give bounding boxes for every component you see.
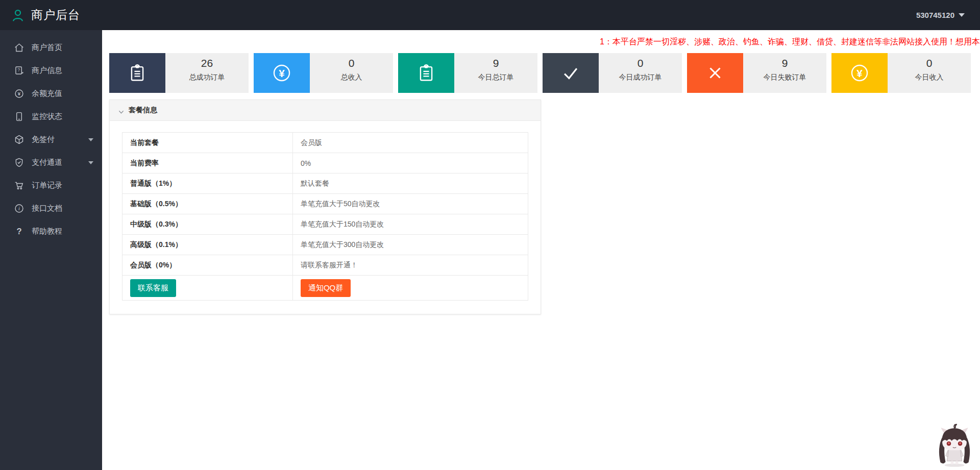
row-value: 单笔充值大于150自动更改 [292, 214, 528, 235]
row-label: 基础版（0.5%） [122, 194, 293, 214]
table-row: 普通版（1%） 默认套餐 [122, 174, 528, 194]
svg-text:i: i [18, 206, 20, 211]
cube-icon [14, 134, 24, 145]
sidebar: 商户首页 ? 商户信息 ¥ 余额充值 监控状态 [0, 30, 102, 470]
notify-qq-group-button[interactable]: 通知QQ群 [301, 279, 351, 297]
package-info-header[interactable]: 套餐信息 [110, 100, 541, 121]
sidebar-item-label: 监控状态 [32, 112, 62, 121]
platform-warning-notice: 1：本平台严禁一切淫秽、涉赌、政治、钓鱼、诈骗、理财、借贷、封建迷信等非法网站接… [600, 37, 980, 48]
sidebar-item-monitor-status[interactable]: 监控状态 [0, 105, 102, 128]
sidebar-item-label: 余额充值 [32, 89, 62, 98]
table-row-buttons: 联系客服 通知QQ群 [122, 276, 528, 301]
stat-value: 9 [743, 57, 826, 69]
chibi-mascot-image[interactable] [931, 422, 978, 469]
package-info-panel: 套餐信息 当前套餐 会员版 当前费率 0% 普通版（1%） 默认套餐 [109, 100, 541, 314]
row-value: 会员版 [292, 133, 528, 153]
x-icon [687, 53, 743, 93]
yen-circle-icon: ¥ [14, 88, 24, 99]
sidebar-item-order-records[interactable]: 订单记录 [0, 174, 102, 197]
sidebar-item-help-tutorial[interactable]: ? 帮助教程 [0, 220, 102, 243]
stat-label: 今日成功订单 [599, 73, 682, 82]
svg-text:¥: ¥ [18, 91, 21, 96]
sidebar-item-label: 商户信息 [32, 66, 62, 76]
table-row: 当前套餐 会员版 [122, 133, 528, 153]
table-row: 当前费率 0% [122, 153, 528, 174]
row-label: 当前套餐 [122, 133, 293, 153]
stat-card-today-income: ¥ 0 今日收入 [831, 53, 971, 93]
table-row: 高级版（0.1%） 单笔充值大于300自动更改 [122, 235, 528, 255]
row-value: 默认套餐 [292, 174, 528, 194]
row-value: 单笔充值大于50自动更改 [292, 194, 528, 214]
home-icon [14, 42, 24, 53]
table-row: 中级版（0.3%） 单笔充值大于150自动更改 [122, 214, 528, 235]
stat-label: 总收入 [310, 73, 393, 82]
stat-cards-row: 26 总成功订单 ¥ 0 总收入 [109, 53, 971, 93]
row-label: 会员版（0%） [122, 255, 293, 276]
sidebar-item-payment-channel[interactable]: 支付通道 [0, 151, 102, 174]
table-row: 会员版（0%） 请联系客服开通！ [122, 255, 528, 276]
yen-circle-icon: ¥ [254, 53, 310, 93]
user-menu[interactable]: 530745120 [916, 11, 965, 19]
svg-text:¥: ¥ [856, 67, 863, 79]
chevron-down-icon [88, 161, 93, 164]
stat-value: 9 [454, 57, 537, 69]
row-value: 单笔充值大于300自动更改 [292, 235, 528, 255]
stat-card-total-success-orders: 26 总成功订单 [109, 53, 249, 93]
sidebar-item-balance-recharge[interactable]: ¥ 余额充值 [0, 82, 102, 105]
contact-support-button[interactable]: 联系客服 [130, 279, 176, 297]
row-label: 中级版（0.3%） [122, 214, 293, 235]
stat-value: 0 [310, 57, 393, 69]
clipboard-icon [398, 53, 454, 93]
row-value: 请联系客服开通！ [292, 255, 528, 276]
stat-card-total-income: ¥ 0 总收入 [254, 53, 393, 93]
sidebar-item-merchant-info[interactable]: ? 商户信息 [0, 59, 102, 82]
svg-text:¥: ¥ [279, 67, 285, 79]
stat-card-today-success-orders: 0 今日成功订单 [543, 53, 682, 93]
chevron-down-icon [959, 13, 965, 17]
cart-icon [14, 180, 24, 191]
chevron-down-icon [118, 108, 124, 113]
sidebar-item-label: 支付通道 [32, 158, 62, 167]
sidebar-item-label: 免签付 [32, 135, 55, 144]
user-id[interactable]: 530745120 [916, 11, 954, 19]
stat-card-today-total-orders: 9 今日总订单 [398, 53, 537, 93]
topbar: 商户后台 530745120 [0, 0, 980, 30]
yen-circle-icon: ¥ [831, 53, 888, 93]
main-content: 1：本平台严禁一切淫秽、涉赌、政治、钓鱼、诈骗、理财、借贷、封建迷信等非法网站接… [102, 30, 980, 470]
stat-label: 今日失败订单 [743, 73, 826, 82]
sidebar-item-no-sign-pay[interactable]: 免签付 [0, 128, 102, 151]
table-row: 基础版（0.5%） 单笔充值大于50自动更改 [122, 194, 528, 214]
sidebar-item-label: 帮助教程 [32, 227, 62, 236]
row-value: 0% [292, 153, 528, 174]
sidebar-item-merchant-home[interactable]: 商户首页 [0, 36, 102, 59]
clipboard-icon [109, 53, 165, 93]
stat-label: 总成功订单 [165, 73, 249, 82]
brand: 商户后台 [10, 7, 80, 23]
merchant-user-icon [10, 8, 26, 23]
sidebar-item-label: 接口文档 [32, 204, 62, 213]
shield-check-icon [14, 157, 24, 168]
chevron-down-icon [88, 138, 93, 141]
page-title: 商户后台 [31, 7, 80, 23]
question-icon: ? [14, 226, 24, 237]
row-label: 高级版（0.1%） [122, 235, 293, 255]
row-label: 当前费率 [122, 153, 293, 174]
stat-value: 0 [888, 57, 971, 69]
doc-question-icon: ? [14, 65, 24, 76]
row-label: 普通版（1%） [122, 174, 293, 194]
sidebar-item-api-docs[interactable]: i 接口文档 [0, 197, 102, 220]
check-icon [543, 53, 599, 93]
stat-value: 26 [165, 57, 249, 69]
svg-text:?: ? [16, 227, 21, 236]
info-circle-icon: i [14, 203, 24, 214]
stat-card-today-failed-orders: 9 今日失败订单 [687, 53, 826, 93]
stat-value: 0 [599, 57, 682, 69]
stat-label: 今日总订单 [454, 73, 537, 82]
rate-table: 当前套餐 会员版 当前费率 0% 普通版（1%） 默认套餐 基础版（0.5%） … [122, 132, 528, 301]
panel-title: 套餐信息 [129, 106, 157, 115]
stat-label: 今日收入 [888, 73, 971, 82]
svg-text:?: ? [17, 67, 20, 72]
sidebar-item-label: 订单记录 [32, 181, 62, 190]
sidebar-item-label: 商户首页 [32, 43, 62, 53]
phone-icon [14, 111, 24, 122]
